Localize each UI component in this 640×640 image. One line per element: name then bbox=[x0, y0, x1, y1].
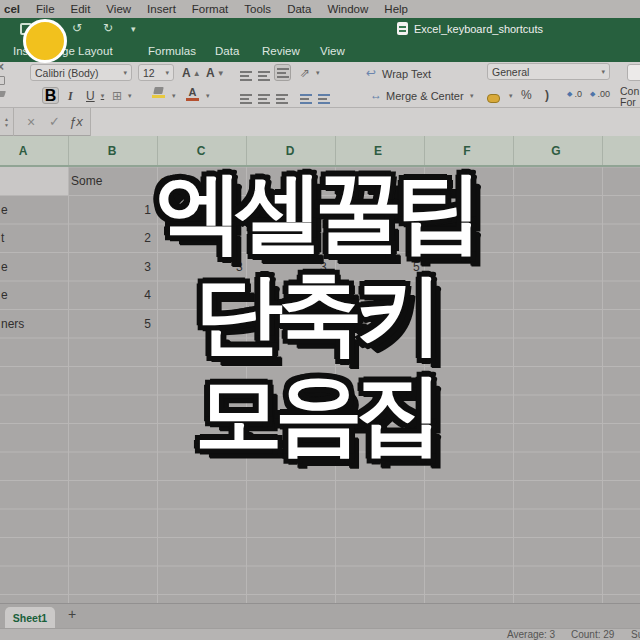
menu-format[interactable]: Format bbox=[192, 3, 228, 15]
increase-decimal-button[interactable]: ◆.0 bbox=[567, 89, 582, 99]
align-center-icon[interactable] bbox=[258, 90, 270, 108]
column-header-d[interactable]: D bbox=[286, 144, 295, 158]
menu-data[interactable]: Data bbox=[287, 3, 311, 15]
column-header-c[interactable]: C bbox=[197, 144, 206, 158]
merge-center-icon[interactable]: ↔ bbox=[370, 88, 382, 102]
chevron-down-icon: ▾ bbox=[165, 69, 169, 77]
cut-icon[interactable]: × bbox=[0, 60, 4, 74]
tab-formulas[interactable]: Formulas bbox=[148, 45, 196, 57]
ribbon-tab-row: Insert Page Layout Formulas Data Review … bbox=[0, 42, 640, 62]
cell-a4-fragment[interactable]: e bbox=[1, 253, 8, 282]
conditional-formatting-icon[interactable] bbox=[627, 64, 640, 81]
overlay-title-line1: 엑셀꿀팁 bbox=[155, 168, 475, 256]
redo-icon[interactable]: ↻ bbox=[103, 21, 113, 35]
status-average: Average: 3 bbox=[507, 629, 555, 640]
decrease-decimal-button[interactable]: ◆.00 bbox=[590, 89, 610, 99]
overlay-title-line2: 단축키 bbox=[195, 270, 435, 358]
column-header-b[interactable]: B bbox=[108, 144, 117, 158]
sheet-tab-bar: Sheet1 + bbox=[0, 603, 640, 628]
cancel-icon[interactable]: × bbox=[27, 114, 35, 130]
macos-menubar: cel File Edit View Insert Format Tools D… bbox=[0, 0, 640, 18]
menu-insert[interactable]: Insert bbox=[147, 3, 176, 15]
align-left-icon[interactable] bbox=[240, 90, 252, 108]
cell-a3-fragment[interactable]: t bbox=[1, 224, 4, 253]
menu-tools[interactable]: Tools bbox=[244, 3, 271, 15]
document-title: Excel_keyboard_shortcuts bbox=[414, 23, 543, 35]
active-cell-a1[interactable] bbox=[0, 167, 68, 195]
add-sheet-button[interactable]: + bbox=[63, 606, 81, 622]
bold-button[interactable]: B bbox=[42, 87, 59, 104]
font-size-select[interactable]: 12▾ bbox=[138, 64, 174, 81]
tab-data[interactable]: Data bbox=[215, 45, 239, 57]
cell-b4[interactable]: 3 bbox=[68, 253, 154, 282]
conditional-formatting-button[interactable]: ConFor bbox=[620, 86, 640, 108]
column-header-f[interactable]: F bbox=[463, 144, 470, 158]
excel-window: cel File Edit View Insert Format Tools D… bbox=[0, 0, 640, 640]
increase-indent-icon[interactable] bbox=[318, 90, 330, 108]
cell-b5[interactable]: 4 bbox=[68, 281, 154, 310]
underline-button[interactable]: U▾ bbox=[86, 89, 104, 103]
formula-input[interactable] bbox=[90, 108, 640, 136]
column-header-g[interactable]: G bbox=[551, 144, 560, 158]
align-right-icon[interactable] bbox=[276, 90, 288, 108]
chevron-down-icon: ▾ bbox=[123, 69, 127, 77]
formula-bar: ▲▼ × ✓ ƒx bbox=[0, 108, 640, 136]
titlebar: ↺ ↻ ▾ Excel_keyboard_shortcuts bbox=[0, 18, 640, 42]
name-box-stepper[interactable]: ▲▼ bbox=[0, 108, 14, 136]
borders-icon[interactable]: ⊞▾ bbox=[112, 89, 132, 103]
decrease-indent-icon[interactable] bbox=[300, 90, 312, 108]
merge-center-button[interactable]: Merge & Center bbox=[386, 90, 464, 102]
column-header-e[interactable]: E bbox=[374, 144, 382, 158]
cell-b3[interactable]: 2 bbox=[68, 224, 154, 253]
fx-icon[interactable]: ƒx bbox=[69, 114, 83, 129]
align-middle-icon[interactable] bbox=[258, 67, 270, 85]
align-bottom-icon[interactable] bbox=[274, 64, 291, 81]
cell-b6[interactable]: 5 bbox=[68, 310, 154, 339]
menu-window[interactable]: Window bbox=[327, 3, 368, 15]
cell-b2[interactable]: 1 bbox=[68, 196, 154, 225]
format-painter-icon[interactable] bbox=[0, 91, 6, 97]
status-sum-partial: Su bbox=[631, 629, 640, 640]
number-format-select[interactable]: General▾ bbox=[487, 63, 610, 80]
chevron-down-icon[interactable]: ▾ bbox=[172, 92, 176, 100]
comma-style-button[interactable]: ) bbox=[545, 88, 549, 102]
cell-a6-fragment[interactable]: ners bbox=[1, 310, 24, 339]
chevron-down-icon[interactable]: ▾ bbox=[470, 92, 474, 100]
overlay-title-line3: 모음집 bbox=[195, 370, 435, 458]
enter-icon[interactable]: ✓ bbox=[49, 114, 60, 129]
currency-icon[interactable] bbox=[487, 89, 500, 107]
menu-help[interactable]: Help bbox=[384, 3, 408, 15]
undo-icon[interactable]: ↺ bbox=[72, 21, 82, 35]
yellow-circle-badge bbox=[23, 19, 67, 63]
tab-review[interactable]: Review bbox=[262, 45, 300, 57]
tab-view[interactable]: View bbox=[320, 45, 345, 57]
fill-color-icon[interactable] bbox=[152, 87, 165, 98]
status-bar: Average: 3 Count: 29 Su bbox=[0, 628, 640, 640]
align-top-icon[interactable] bbox=[240, 67, 252, 85]
grow-font-button[interactable]: A▲ bbox=[182, 66, 201, 80]
ribbon-toolbar: × Calibri (Body)▾ 12▾ A▲ A▼ ⇗▾ ↩ Wrap Te… bbox=[0, 62, 640, 108]
column-header-a[interactable]: A bbox=[19, 144, 28, 158]
chevron-down-icon[interactable]: ▾ bbox=[509, 92, 513, 100]
document-icon bbox=[397, 22, 408, 35]
font-color-icon[interactable]: A bbox=[186, 86, 199, 101]
menu-app[interactable]: cel bbox=[4, 3, 20, 15]
cell-a2-fragment[interactable]: e bbox=[1, 196, 8, 225]
shrink-font-button[interactable]: A▼ bbox=[206, 66, 225, 80]
menu-edit[interactable]: Edit bbox=[71, 3, 91, 15]
sheet-tab-sheet1[interactable]: Sheet1 bbox=[5, 607, 55, 629]
text-orientation-icon[interactable]: ⇗▾ bbox=[300, 66, 320, 80]
font-name-select[interactable]: Calibri (Body)▾ bbox=[30, 64, 132, 81]
menu-view[interactable]: View bbox=[106, 3, 131, 15]
cell-a5-fragment[interactable]: e bbox=[1, 281, 8, 310]
toolbar-options-icon[interactable]: ▾ bbox=[131, 24, 136, 34]
chevron-down-icon: ▾ bbox=[601, 68, 605, 76]
cell-b1[interactable]: Some bbox=[71, 167, 102, 196]
italic-button[interactable]: I bbox=[68, 89, 73, 104]
chevron-down-icon[interactable]: ▾ bbox=[206, 92, 210, 100]
wrap-text-icon[interactable]: ↩ bbox=[366, 66, 376, 80]
wrap-text-button[interactable]: Wrap Text bbox=[382, 68, 431, 80]
percent-style-button[interactable]: % bbox=[521, 88, 532, 102]
copy-icon[interactable] bbox=[0, 76, 5, 85]
menu-file[interactable]: File bbox=[36, 3, 55, 15]
